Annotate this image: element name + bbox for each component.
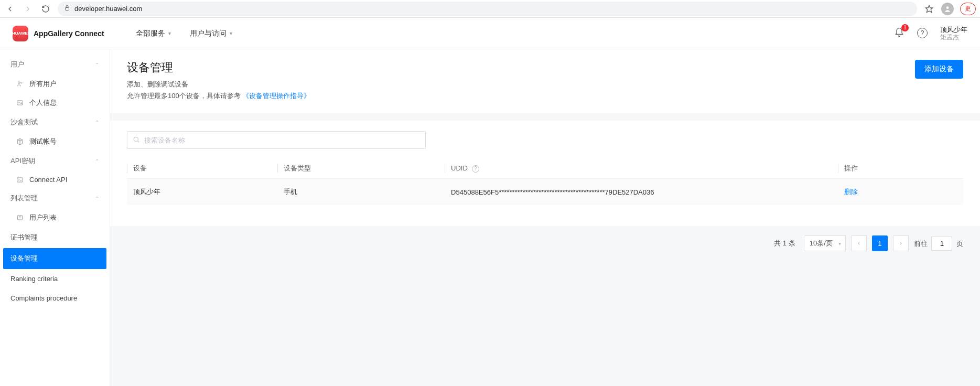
terminal-icon (16, 176, 24, 184)
svg-rect-5 (17, 101, 23, 105)
table-row: 顶风少年 手机 D545088E56F5********************… (127, 179, 963, 206)
app-title: AppGallery Connect (34, 29, 104, 38)
th-device: 设备 (127, 158, 277, 179)
svg-point-9 (134, 137, 138, 141)
page-jump: 前往 页 (914, 236, 963, 251)
sidebar-item-label: Connect API (29, 176, 67, 184)
sidebar-item-label: 个人信息 (29, 98, 57, 108)
sidebar-group-sandbox: 沙盒测试⌃ 测试帐号 (0, 112, 110, 151)
reload-button[interactable] (40, 3, 51, 15)
th-type: 设备类型 (277, 158, 445, 179)
lock-icon (64, 5, 70, 13)
sidebar-item-all-users[interactable]: 所有用户 (0, 74, 110, 93)
svg-line-10 (137, 141, 139, 142)
sidebar-item-connect-api[interactable]: Connect API (0, 171, 110, 188)
list-icon (16, 214, 24, 221)
nav-forward-button[interactable] (22, 3, 34, 15)
sidebar-item-cert-mgmt[interactable]: 证书管理 (0, 227, 110, 248)
cell-udid: D545088E56F5****************************… (445, 179, 838, 206)
page-jump-input[interactable] (931, 236, 952, 251)
sidebar-group-header-apikey[interactable]: API密钥⌃ (0, 151, 110, 171)
cell-device: 顶风少年 (127, 179, 277, 206)
sidebar-item-test-account[interactable]: 测试帐号 (0, 132, 110, 151)
sidebar-group-apikey: API密钥⌃ Connect API (0, 151, 110, 188)
sidebar-item-label: 测试帐号 (29, 137, 57, 146)
guide-link[interactable]: 《设备管理操作指导》 (242, 92, 310, 100)
prev-page-button[interactable] (851, 235, 867, 251)
user-subname: 矩孟杰 (940, 34, 967, 41)
users-icon (16, 80, 24, 88)
help-button[interactable]: ? (917, 28, 928, 38)
sidebar-item-label: 用户列表 (29, 213, 57, 222)
search-icon (133, 136, 140, 145)
pagination: 共 1 条 10条/页 ▾ 1 前往 页 (110, 226, 980, 267)
chevron-up-icon: ⌃ (95, 120, 99, 125)
sidebar-item-ranking[interactable]: Ranking criteria (0, 269, 110, 288)
search-input[interactable] (144, 136, 420, 144)
chevron-down-icon: ▾ (168, 30, 171, 36)
svg-point-2 (946, 6, 949, 9)
user-menu[interactable]: 顶风少年 矩孟杰 (940, 26, 967, 41)
sidebar-item-user-list[interactable]: 用户列表 (0, 208, 110, 227)
notification-badge: 1 (901, 24, 909, 31)
page-number-1[interactable]: 1 (872, 235, 888, 251)
cube-icon (16, 138, 24, 145)
chevron-up-icon: ⌃ (95, 158, 99, 164)
chevron-up-icon: ⌃ (95, 196, 99, 201)
page-size-select[interactable]: 10条/页 ▾ (804, 235, 846, 251)
menu-label: 用户与访问 (190, 29, 227, 38)
menu-label: 全部服务 (136, 29, 165, 38)
bookmark-star-icon[interactable] (923, 3, 935, 15)
delete-link[interactable]: 删除 (844, 188, 858, 196)
main-content: 设备管理 添加、删除调试设备 允许管理最多100个设备，具体请参考 《设备管理操… (110, 49, 980, 386)
th-action: 操作 (838, 158, 963, 179)
header-menu: 全部服务 ▾ 用户与访问 ▾ (136, 29, 232, 38)
sidebar-group-user: 用户⌃ 所有用户 个人信息 (0, 55, 110, 112)
browser-toolbar: developer.huawei.com 更 (0, 0, 980, 18)
menu-users-access[interactable]: 用户与访问 ▾ (190, 29, 232, 38)
search-input-wrapper[interactable] (127, 131, 426, 149)
browser-profile-avatar[interactable] (941, 3, 954, 15)
page-header: 设备管理 添加、删除调试设备 允许管理最多100个设备，具体请参考 《设备管理操… (110, 49, 980, 113)
help-tooltip-icon[interactable]: ? (472, 165, 479, 173)
page-description: 允许管理最多100个设备，具体请参考 《设备管理操作指导》 (127, 91, 915, 101)
browser-overflow-button[interactable]: 更 (960, 3, 976, 15)
notifications-button[interactable]: 1 (894, 27, 904, 39)
menu-all-services[interactable]: 全部服务 ▾ (136, 29, 171, 38)
svg-point-3 (18, 82, 20, 84)
page-subtitle: 添加、删除调试设备 (127, 80, 915, 89)
sidebar-group-header-listmgmt[interactable]: 列表管理⌃ (0, 188, 110, 208)
pagination-total: 共 1 条 (774, 239, 795, 248)
url-text: developer.huawei.com (74, 5, 142, 13)
svg-point-4 (21, 82, 22, 83)
sidebar-group-header-user[interactable]: 用户⌃ (0, 55, 110, 74)
svg-point-6 (18, 102, 19, 103)
address-bar[interactable]: developer.huawei.com (58, 2, 917, 16)
svg-rect-7 (17, 177, 23, 181)
sidebar-item-label: 所有用户 (29, 79, 57, 89)
next-page-button[interactable] (893, 235, 909, 251)
app-header: HUAWEI AppGallery Connect 全部服务 ▾ 用户与访问 ▾… (0, 18, 980, 49)
svg-rect-0 (66, 8, 69, 10)
chevron-down-icon: ▾ (838, 241, 841, 246)
sidebar-item-profile[interactable]: 个人信息 (0, 93, 110, 112)
svg-marker-1 (925, 5, 932, 12)
sidebar-item-device-mgmt[interactable]: 设备管理 (3, 248, 106, 269)
page-title: 设备管理 (127, 60, 915, 76)
device-table: 设备 设备类型 UDID ? 操作 顶风少年 手机 (127, 158, 963, 205)
chevron-down-icon: ▾ (230, 30, 232, 36)
huawei-logo-icon: HUAWEI (13, 26, 28, 41)
sidebar: 用户⌃ 所有用户 个人信息 沙盒测试⌃ 测试帐号 API密钥⌃ (0, 49, 110, 386)
nav-back-button[interactable] (4, 3, 16, 15)
sidebar-group-header-sandbox[interactable]: 沙盒测试⌃ (0, 112, 110, 132)
add-device-button[interactable]: 添加设备 (915, 60, 963, 79)
cell-type: 手机 (277, 179, 445, 206)
svg-rect-8 (17, 216, 22, 220)
user-name: 顶风少年 (940, 26, 967, 34)
th-udid: UDID ? (445, 158, 838, 179)
chevron-up-icon: ⌃ (95, 62, 99, 68)
id-card-icon (16, 99, 24, 106)
sidebar-group-listmgmt: 列表管理⌃ 用户列表 (0, 188, 110, 227)
sidebar-item-complaints[interactable]: Complaints procedure (0, 288, 110, 308)
